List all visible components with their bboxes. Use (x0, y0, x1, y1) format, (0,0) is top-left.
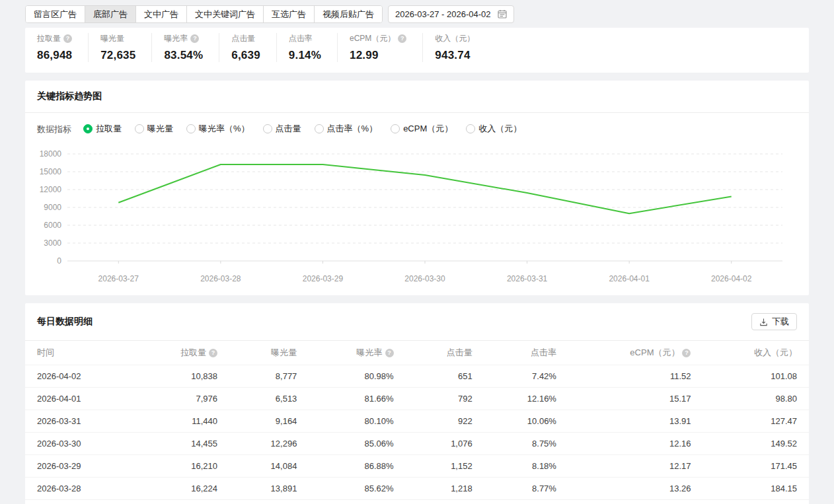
radio-dot-icon (315, 124, 324, 133)
table-cell: 81.66% (309, 388, 405, 410)
metric-radio-row: 数据指标 拉取量曝光量曝光率（%）点击量点击率（%）eCPM（元）收入（元） (25, 113, 809, 138)
help-icon[interactable]: ? (682, 349, 691, 357)
table-row: 2026-03-2816,22413,89185.62%1,2188.77%13… (25, 478, 809, 500)
stat-label: 收入（元） (435, 33, 474, 44)
table-cell: 2026-03-29 (25, 455, 133, 478)
tab-ad-type-0[interactable]: 留言区广告 (26, 6, 85, 22)
table-col-header: 曝光率? (309, 341, 405, 365)
table-row: 2026-03-3014,45512,29685.06%1,0768.75%12… (25, 433, 809, 455)
table-body: 2026-04-0210,8388,77780.98%6517.42%11.52… (25, 365, 809, 504)
radio-dot-icon (466, 124, 475, 133)
table-cell: 16,224 (133, 478, 229, 500)
stat-label: eCPM（元）? (350, 33, 406, 44)
daily-data-card: 每日数据明细 下载 时间拉取量?曝光量曝光率?点击量点击率eCPM（元）?收入（… (25, 303, 809, 504)
tab-ad-type-1[interactable]: 底部广告 (85, 6, 136, 22)
table-col-header: 拉取量? (133, 341, 229, 365)
help-icon[interactable]: ? (385, 349, 394, 357)
date-range-picker[interactable]: 2026-03-27 - 2026-04-02 (388, 5, 514, 23)
table-cell: 86.88% (309, 455, 405, 478)
table-col-header: 点击量 (406, 341, 484, 365)
stat-value: 9.14% (289, 49, 321, 62)
help-icon[interactable]: ? (398, 34, 406, 43)
radio-dot-icon (83, 124, 93, 133)
metric-radio-1[interactable]: 曝光量 (135, 123, 173, 135)
table-cell: 12.16% (484, 388, 568, 410)
table-row: 2026-04-0210,8388,77780.98%6517.42%11.52… (25, 365, 809, 388)
table-cell: 14,084 (229, 455, 309, 478)
calendar-icon (498, 9, 507, 18)
table-cell: 10,838 (133, 365, 229, 388)
stat-value: 72,635 (100, 49, 135, 62)
metric-radio-6[interactable]: 收入（元） (466, 123, 521, 135)
download-icon (759, 318, 768, 326)
table-cell: 12,296 (229, 433, 309, 455)
help-icon[interactable]: ? (190, 34, 199, 43)
svg-text:3000: 3000 (44, 238, 61, 248)
metric-radio-3[interactable]: 点击量 (263, 123, 301, 135)
tab-ad-type-5[interactable]: 视频后贴广告 (315, 6, 382, 22)
ad-analytics-page: 留言区广告底部广告文中广告文中关键词广告互选广告视频后贴广告 2026-03-2… (0, 0, 834, 504)
metric-radio-0[interactable]: 拉取量 (83, 123, 122, 135)
svg-text:2026-04-01: 2026-04-01 (609, 274, 650, 283)
radio-dot-icon (135, 124, 144, 133)
svg-text:2026-03-28: 2026-03-28 (200, 274, 241, 283)
table-cell: 80.10% (309, 410, 405, 433)
stat-value: 943.74 (435, 49, 474, 62)
stat-item: 曝光率?83.54% (152, 33, 219, 62)
tab-ad-type-2[interactable]: 文中广告 (136, 6, 187, 22)
download-label: 下载 (772, 316, 789, 327)
table-col-header: 时间 (25, 341, 133, 365)
table-col-header: 收入（元） (702, 341, 809, 365)
download-button[interactable]: 下载 (751, 313, 797, 330)
stat-item: 拉取量?86,948 (36, 33, 89, 62)
stat-item: eCPM（元）?12.99 (338, 33, 423, 62)
trend-chart-svg: 03000600090001200015000180002026-03-2720… (25, 143, 809, 287)
stat-label: 点击量 (231, 33, 260, 44)
table-cell: 2026-04-01 (25, 388, 133, 410)
table-cell: 8.18% (484, 455, 568, 478)
table-cell: 10.06% (484, 410, 568, 433)
table-cell: 98.80 (702, 388, 809, 410)
daily-data-header: 每日数据明细 下载 (25, 303, 809, 341)
table-cell: 111.26 (702, 500, 809, 504)
table-cell: 85.62% (309, 478, 405, 500)
table-cell: 1,152 (406, 455, 484, 478)
table-header-row: 时间拉取量?曝光量曝光率?点击量点击率eCPM（元）?收入（元） (25, 341, 809, 365)
metric-radio-2[interactable]: 曝光率（%） (186, 123, 250, 135)
table-cell: 11.52 (568, 365, 703, 388)
table-cell: 792 (406, 388, 484, 410)
table-cell: 184.15 (702, 478, 809, 500)
svg-text:18000: 18000 (40, 149, 62, 159)
table-cell: 7.42% (484, 365, 568, 388)
radio-dot-icon (186, 124, 196, 133)
table-col-header: 点击率 (484, 341, 568, 365)
radio-dot-icon (391, 124, 400, 133)
table-col-header: eCPM（元）? (568, 341, 703, 365)
stat-item: 点击量6,639 (219, 33, 277, 62)
table-cell: 16,210 (133, 455, 229, 478)
tab-ad-type-4[interactable]: 互选广告 (264, 6, 315, 22)
table-cell: 2026-04-02 (25, 365, 133, 388)
table-cell: 14,455 (133, 433, 229, 455)
daily-data-table: 时间拉取量?曝光量曝光率?点击量点击率eCPM（元）?收入（元） 2026-04… (25, 341, 809, 504)
table-cell: 2026-03-27 (25, 500, 133, 504)
table-cell: 171.45 (702, 455, 809, 478)
help-icon[interactable]: ? (209, 349, 217, 357)
svg-text:6000: 6000 (44, 221, 61, 230)
metric-radio-5[interactable]: eCPM（元） (391, 123, 453, 135)
table-cell: 1,076 (406, 433, 484, 455)
table-cell: 1,218 (406, 478, 484, 500)
top-bar: 留言区广告底部广告文中广告文中关键词广告互选广告视频后贴广告 2026-03-2… (25, 5, 809, 22)
tab-ad-type-3[interactable]: 文中关键词广告 (187, 6, 264, 22)
table-cell: 15.17 (568, 388, 703, 410)
table-cell: 10.47% (484, 500, 568, 504)
svg-text:9000: 9000 (44, 203, 61, 212)
help-icon[interactable]: ? (63, 34, 72, 43)
table-col-header: 曝光量 (229, 341, 309, 365)
table-cell: 9,164 (229, 410, 309, 433)
table-cell: 12.17 (568, 455, 703, 478)
daily-data-title: 每日数据明细 (37, 316, 93, 328)
table-cell: 85.06% (309, 433, 405, 455)
metric-radio-4[interactable]: 点击率（%） (315, 123, 378, 135)
svg-text:2026-03-29: 2026-03-29 (303, 274, 344, 283)
